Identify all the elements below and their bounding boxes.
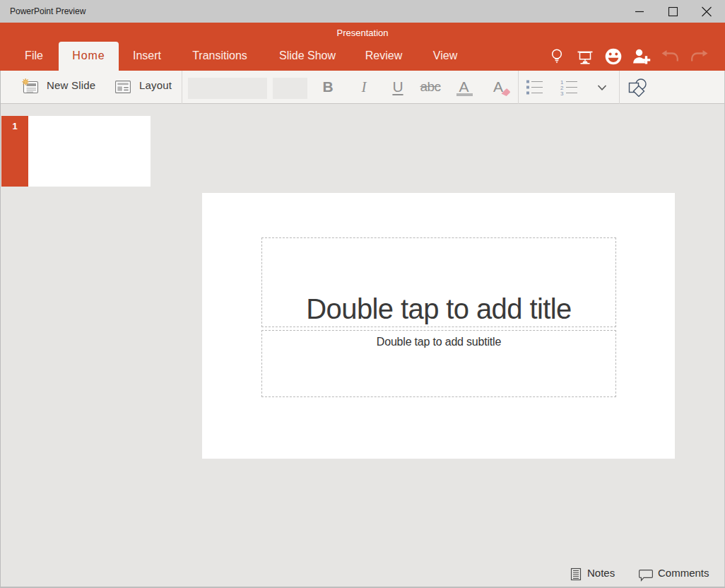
svg-text:3: 3 — [560, 90, 564, 96]
